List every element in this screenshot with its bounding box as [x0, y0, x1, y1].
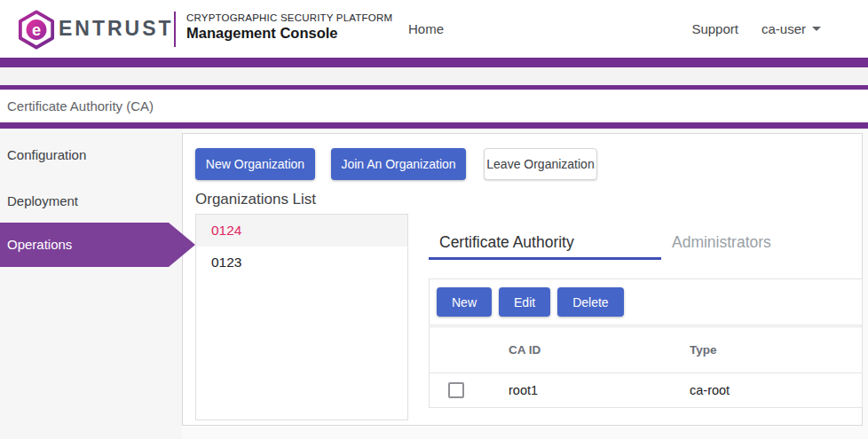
nav-home-link[interactable]: Home — [408, 0, 444, 58]
new-organization-button[interactable]: New Organization — [195, 148, 315, 180]
ca-delete-button[interactable]: Delete — [557, 287, 623, 317]
app-header: e ENTRUST CRYPTOGRAPHIC SECURITY PLATFOR… — [0, 0, 868, 58]
ca-edit-button[interactable]: Edit — [499, 287, 550, 317]
nav-support-link[interactable]: Support — [691, 21, 738, 36]
user-menu-label: ca-user — [761, 21, 806, 36]
row-checkbox[interactable] — [448, 382, 464, 398]
type-cell: ca-root — [690, 383, 862, 397]
sidebar — [0, 129, 182, 439]
ca-toolbar: New Edit Delete — [429, 278, 863, 325]
console-title: Management Console — [186, 25, 338, 42]
organizations-list: 0124 0123 — [195, 214, 408, 420]
join-organization-button[interactable]: Join An Organization — [331, 148, 466, 180]
sidebar-item-configuration[interactable]: Configuration — [0, 142, 182, 169]
entrust-logo-icon: e — [18, 9, 55, 50]
platform-title: CRYPTOGRAPHIC SECURITY PLATFORM — [186, 12, 392, 23]
tab-administrators[interactable]: Administrators — [672, 228, 823, 260]
org-list-item-0123[interactable]: 0123 — [196, 247, 407, 278]
ca-new-button[interactable]: New — [437, 287, 492, 317]
sidebar-item-deployment[interactable]: Deployment — [0, 188, 182, 215]
sidebar-item-operations[interactable]: Operations — [0, 223, 195, 267]
brand-divider — [174, 12, 176, 47]
tab-certificate-authority[interactable]: Certificate Authority — [429, 228, 661, 260]
organizations-list-title: Organizations List — [195, 191, 316, 208]
user-menu-dropdown[interactable]: ca-user — [761, 21, 821, 36]
ca-table: CA ID Type root1 ca-root — [429, 326, 863, 408]
top-purple-bar — [0, 58, 868, 67]
section-purple-bar — [0, 122, 868, 129]
caret-down-icon — [812, 27, 821, 31]
leave-organization-button[interactable]: Leave Organization — [484, 148, 597, 180]
sub-header-strip — [0, 67, 868, 85]
brand-wordmark: ENTRUST — [59, 0, 174, 58]
breadcrumb: Certificate Authority (CA) — [7, 90, 154, 122]
org-list-item-0124[interactable]: 0124 — [196, 215, 407, 247]
table-row[interactable]: root1 ca-root — [430, 373, 862, 407]
ca-table-header: CA ID Type — [430, 327, 862, 373]
svg-text:e: e — [32, 21, 41, 39]
header-right-nav: Support ca-user — [691, 0, 821, 58]
ca-id-column-header: CA ID — [509, 343, 690, 357]
ca-id-cell: root1 — [509, 383, 690, 397]
type-column-header: Type — [690, 343, 862, 357]
